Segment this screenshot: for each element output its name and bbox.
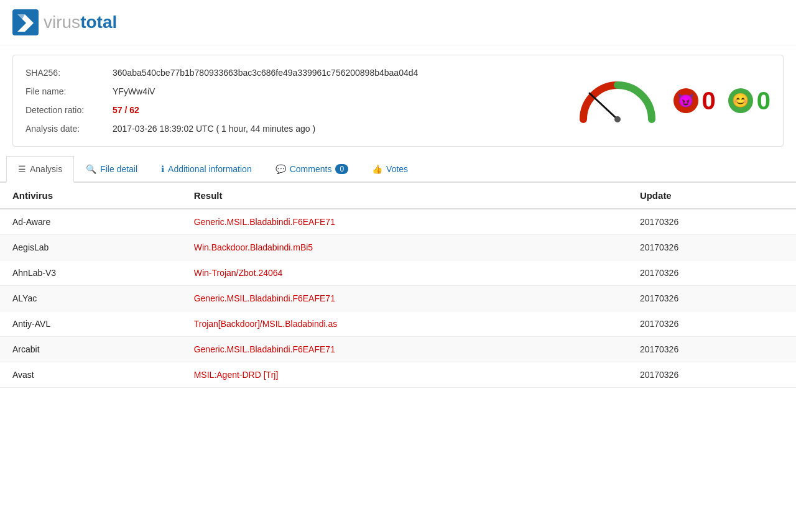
angel-smiley: 😊 — [728, 88, 753, 113]
analysis-date-row: Analysis date: 2017-03-26 18:39:02 UTC (… — [25, 124, 574, 134]
antivirus-cell: Ad-Aware — [0, 209, 182, 235]
comments-badge: 0 — [335, 164, 348, 174]
tab-votes-label: Votes — [386, 164, 408, 174]
detection-label: Detection ratio: — [25, 105, 113, 115]
tab-additional-information-label: Additional information — [168, 164, 252, 174]
file-detail-icon: 🔍 — [86, 164, 96, 174]
votes-icon: 👍 — [372, 164, 382, 174]
col-result: Result — [182, 183, 627, 209]
svg-line-3 — [590, 93, 618, 119]
sha256-value: 360aba540cbe77b1b780933663bac3c686fe49a3… — [113, 68, 418, 78]
gauge-icon — [574, 76, 661, 126]
result-cell: MSIL:Agent-DRD [Trj] — [182, 362, 627, 388]
results-table-container: Antivirus Result Update Ad-Aware Generic… — [0, 183, 796, 388]
tabs-bar: ☰ Analysis 🔍 File detail ℹ Additional in… — [0, 156, 796, 183]
info-box: SHA256: 360aba540cbe77b1b780933663bac3c6… — [12, 55, 784, 147]
result-cell: Trojan[Backdoor]/MSIL.Bladabindi.as — [182, 311, 627, 337]
sha256-row: SHA256: 360aba540cbe77b1b780933663bac3c6… — [25, 68, 574, 78]
filename-label: File name: — [25, 86, 113, 96]
logo: virus total — [12, 9, 784, 35]
analysis-date-value: 2017-03-26 18:39:02 UTC ( 1 hour, 44 min… — [113, 124, 315, 134]
score-green: 0 — [757, 87, 771, 115]
header: virus total — [0, 0, 796, 45]
update-cell: 20170326 — [627, 209, 796, 235]
antivirus-cell: Arcabit — [0, 337, 182, 362]
result-cell: Generic.MSIL.Bladabindi.F6EAFE71 — [182, 286, 627, 311]
result-cell: Win-Trojan/Zbot.24064 — [182, 260, 627, 286]
update-cell: 20170326 — [627, 337, 796, 362]
detection-value: 57 / 62 — [113, 105, 139, 115]
update-cell: 20170326 — [627, 362, 796, 388]
table-row: Ad-Aware Generic.MSIL.Bladabindi.F6EAFE7… — [0, 209, 796, 235]
angel-score-block: 😊 0 — [728, 87, 771, 115]
analysis-date-label: Analysis date: — [25, 124, 113, 134]
col-update: Update — [627, 183, 796, 209]
analysis-icon: ☰ — [18, 164, 26, 174]
antivirus-cell: AegisLab — [0, 235, 182, 260]
tab-additional-information[interactable]: ℹ Additional information — [149, 156, 264, 181]
tab-comments-label: Comments — [290, 164, 332, 174]
antivirus-cell: ALYac — [0, 286, 182, 311]
detection-row: Detection ratio: 57 / 62 — [25, 105, 574, 115]
logo-icon — [12, 9, 39, 35]
tab-file-detail[interactable]: 🔍 File detail — [74, 156, 149, 181]
results-table: Antivirus Result Update Ad-Aware Generic… — [0, 183, 796, 388]
table-row: AegisLab Win.Backdoor.Bladabindi.mBi5 20… — [0, 235, 796, 260]
update-cell: 20170326 — [627, 286, 796, 311]
table-header-row: Antivirus Result Update — [0, 183, 796, 209]
tab-analysis-label: Analysis — [30, 164, 62, 174]
info-fields: SHA256: 360aba540cbe77b1b780933663bac3c6… — [25, 68, 574, 134]
table-row: Antiy-AVL Trojan[Backdoor]/MSIL.Bladabin… — [0, 311, 796, 337]
tab-file-detail-label: File detail — [100, 164, 137, 174]
comments-icon: 💬 — [275, 164, 286, 174]
logo-text: virus total — [44, 12, 117, 32]
table-row: ALYac Generic.MSIL.Bladabindi.F6EAFE71 2… — [0, 286, 796, 311]
devil-smiley: 😈 — [673, 88, 698, 113]
table-row: Avast MSIL:Agent-DRD [Trj] 20170326 — [0, 362, 796, 388]
score-red: 0 — [702, 87, 716, 115]
gauge-section: 😈 0 😊 0 — [574, 76, 771, 126]
antivirus-cell: Antiy-AVL — [0, 311, 182, 337]
antivirus-cell: Avast — [0, 362, 182, 388]
col-antivirus: Antivirus — [0, 183, 182, 209]
tab-votes[interactable]: 👍 Votes — [360, 156, 420, 181]
filename-value: YFyWw4iV — [113, 86, 155, 96]
table-row: Arcabit Generic.MSIL.Bladabindi.F6EAFE71… — [0, 337, 796, 362]
svg-point-4 — [614, 116, 621, 122]
result-cell: Win.Backdoor.Bladabindi.mBi5 — [182, 235, 627, 260]
devil-score-block: 😈 0 — [673, 87, 716, 115]
info-icon: ℹ — [161, 164, 164, 174]
tab-comments[interactable]: 💬 Comments 0 — [264, 156, 360, 181]
result-cell: Generic.MSIL.Bladabindi.F6EAFE71 — [182, 209, 627, 235]
sha256-label: SHA256: — [25, 68, 113, 78]
tab-analysis[interactable]: ☰ Analysis — [6, 156, 74, 183]
table-row: AhnLab-V3 Win-Trojan/Zbot.24064 20170326 — [0, 260, 796, 286]
antivirus-cell: AhnLab-V3 — [0, 260, 182, 286]
result-cell: Generic.MSIL.Bladabindi.F6EAFE71 — [182, 337, 627, 362]
update-cell: 20170326 — [627, 235, 796, 260]
filename-row: File name: YFyWw4iV — [25, 86, 574, 96]
update-cell: 20170326 — [627, 311, 796, 337]
update-cell: 20170326 — [627, 260, 796, 286]
